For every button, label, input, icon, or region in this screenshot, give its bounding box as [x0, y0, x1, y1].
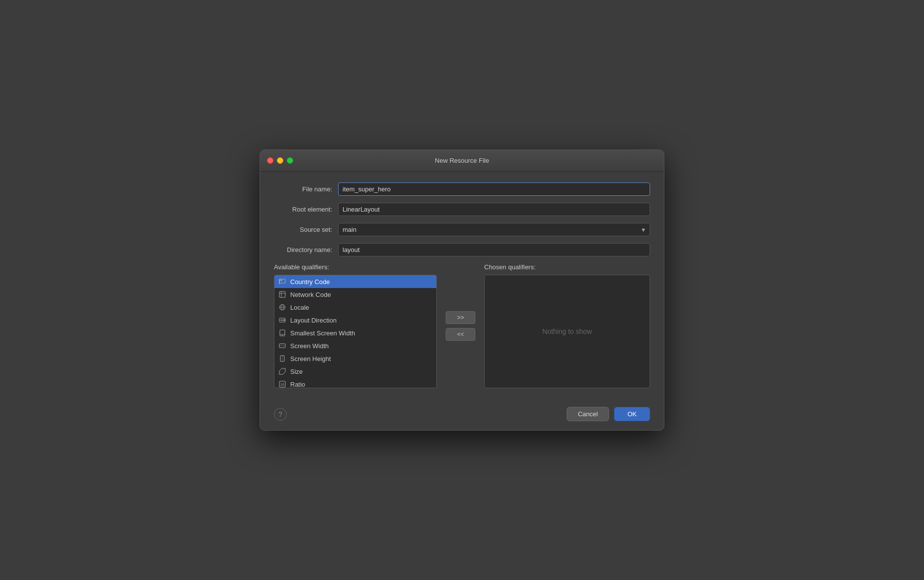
file-name-input[interactable]: [338, 182, 650, 196]
available-qualifiers-panel: Available qualifiers: Country CodeNetwor…: [274, 263, 437, 388]
root-element-label: Root element:: [274, 206, 338, 213]
add-qualifier-button[interactable]: >>: [446, 311, 475, 324]
svg-rect-1: [279, 279, 282, 281]
ratio-icon: 16: [278, 380, 286, 388]
chosen-qualifiers-label: Chosen qualifiers:: [484, 263, 650, 271]
directory-name-label: Directory name:: [274, 246, 338, 254]
nothing-to-show-text: Nothing to show: [542, 327, 592, 335]
qualifier-label: Screen Height: [290, 355, 331, 362]
qualifier-label: Country Code: [290, 278, 330, 286]
svg-text:16: 16: [280, 383, 284, 386]
size-icon: [278, 367, 286, 375]
root-element-input[interactable]: [338, 203, 650, 216]
new-resource-file-dialog: New Resource File File name: Root elemen…: [260, 149, 664, 431]
svg-rect-3: [279, 291, 285, 297]
ok-button[interactable]: OK: [614, 407, 650, 421]
qualifier-label: Layout Direction: [290, 317, 337, 324]
qualifier-label: Screen Width: [290, 342, 329, 350]
directory-name-row: Directory name:: [274, 243, 650, 256]
smallest-screen-icon: [278, 329, 286, 337]
qualifier-label: Smallest Screen Width: [290, 329, 355, 337]
source-set-row: Source set: main ▼: [274, 223, 650, 236]
footer-buttons: Cancel OK: [567, 407, 650, 421]
titlebar: New Resource File: [260, 150, 664, 172]
remove-qualifier-button[interactable]: <<: [446, 328, 475, 341]
qualifier-item[interactable]: Smallest Screen Width: [274, 326, 436, 339]
qualifier-item[interactable]: 16Ratio: [274, 378, 436, 388]
minimize-button[interactable]: [277, 157, 283, 164]
cancel-button[interactable]: Cancel: [567, 407, 609, 421]
source-set-label: Source set:: [274, 226, 338, 233]
file-name-row: File name:: [274, 182, 650, 196]
layout-dir-icon: [278, 316, 286, 324]
globe-icon: [278, 303, 286, 311]
network-icon: [278, 290, 286, 298]
qualifier-item[interactable]: Locale: [274, 301, 436, 314]
screen-height-icon: [278, 355, 286, 362]
svg-marker-19: [279, 368, 285, 374]
available-qualifiers-label: Available qualifiers:: [274, 263, 437, 271]
flag-icon: [278, 278, 286, 286]
help-button[interactable]: ?: [274, 408, 287, 421]
qualifier-list[interactable]: Country CodeNetwork CodeLocaleLayout Dir…: [274, 275, 437, 388]
traffic-lights: [267, 157, 293, 164]
screen-width-icon: [278, 342, 286, 350]
qualifiers-section: Available qualifiers: Country CodeNetwor…: [274, 263, 650, 388]
qualifier-item[interactable]: Screen Height: [274, 352, 436, 365]
qualifier-item[interactable]: Country Code: [274, 275, 436, 288]
qualifier-label: Size: [290, 368, 303, 375]
qualifier-item[interactable]: Screen Width: [274, 339, 436, 352]
maximize-button[interactable]: [287, 157, 293, 164]
dialog-title: New Resource File: [435, 157, 489, 164]
qualifier-item[interactable]: Network Code: [274, 288, 436, 301]
qualifier-item[interactable]: Size: [274, 365, 436, 378]
chosen-qualifiers-panel: Chosen qualifiers: Nothing to show: [484, 263, 650, 388]
qualifier-label: Network Code: [290, 291, 331, 298]
qualifier-item[interactable]: Layout Direction: [274, 314, 436, 326]
qualifier-label: Ratio: [290, 381, 305, 388]
close-button[interactable]: [267, 157, 273, 164]
dialog-content: File name: Root element: Source set: mai…: [260, 172, 664, 399]
source-set-select[interactable]: main: [338, 223, 650, 236]
file-name-label: File name:: [274, 185, 338, 193]
directory-name-input[interactable]: [338, 243, 650, 256]
qualifier-label: Locale: [290, 304, 309, 311]
qualifier-transfer-buttons: >> <<: [437, 263, 484, 388]
source-set-wrapper: main ▼: [338, 223, 650, 236]
chosen-qualifiers-list: Nothing to show: [484, 275, 650, 388]
dialog-footer: ? Cancel OK: [260, 399, 664, 430]
root-element-row: Root element:: [274, 203, 650, 216]
